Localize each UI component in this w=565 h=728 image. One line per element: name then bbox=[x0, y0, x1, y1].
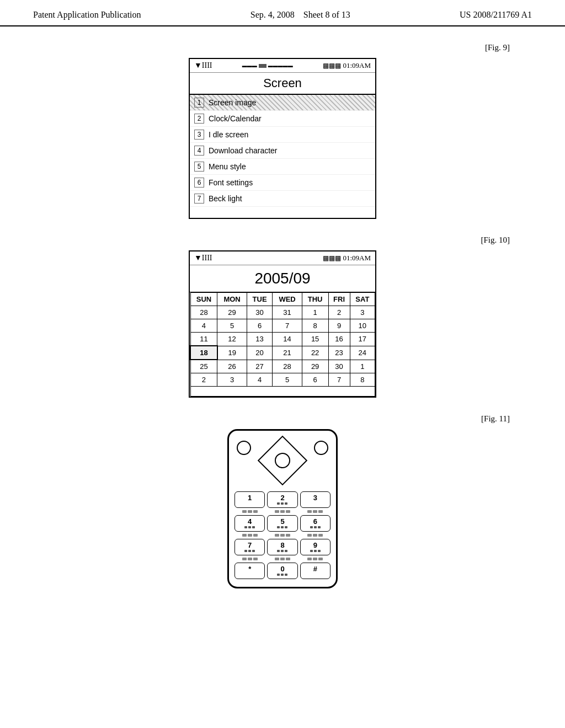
signal-icon-10: ▼IIII bbox=[194, 254, 212, 263]
menu-num-2: 2 bbox=[194, 114, 204, 124]
menu-item-1[interactable]: 1 Screen image bbox=[190, 95, 375, 111]
key-dots-row1b bbox=[267, 510, 297, 513]
menu-num-6: 6 bbox=[194, 178, 204, 188]
day-fri: FRI bbox=[328, 293, 350, 306]
soft-key-left[interactable] bbox=[237, 441, 251, 455]
menu-item-4[interactable]: 4 Download character bbox=[190, 143, 375, 159]
day-wed: WED bbox=[273, 293, 302, 306]
menu-item-5[interactable]: 5 Menu style bbox=[190, 159, 375, 175]
menu-num-7: 7 bbox=[194, 194, 204, 204]
key-0[interactable]: 0 bbox=[267, 563, 297, 579]
status-bar-9: ▼IIII ▬▬▬ ▬▬▬▬▬ ▩▩▩ 01:09AM bbox=[190, 59, 375, 73]
cal-week-3: 11 12 13 14 15 16 17 bbox=[190, 333, 375, 346]
menu-item-7[interactable]: 7 Beck light bbox=[190, 191, 375, 207]
menu-item-3[interactable]: 3 I dle screen bbox=[190, 127, 375, 143]
key-star[interactable]: * bbox=[234, 563, 265, 579]
key-dots-row1c bbox=[300, 510, 331, 513]
header-left: Patent Application Publication bbox=[33, 10, 141, 20]
header-center: Sep. 4, 2008 Sheet 8 of 13 bbox=[250, 10, 350, 20]
menu-label-4: Download character bbox=[209, 146, 278, 155]
header-right: US 2008/211769 A1 bbox=[460, 10, 532, 20]
key-5[interactable]: 5 bbox=[267, 515, 297, 532]
soft-key-right[interactable] bbox=[314, 441, 328, 455]
nav-cluster bbox=[234, 438, 331, 483]
cal-week-5: 25 26 27 28 29 30 1 bbox=[190, 360, 375, 373]
menu-num-4: 4 bbox=[194, 146, 204, 156]
key-dots-row3a bbox=[234, 558, 265, 560]
cal-week-6: 2 3 4 5 6 7 8 bbox=[190, 373, 375, 387]
status-bar-10: ▼IIII ▩▩▩ 01:09AM bbox=[190, 251, 375, 265]
day-sun: SUN bbox=[190, 293, 217, 306]
day-sat: SAT bbox=[350, 293, 375, 306]
cal-week-2: 4 5 6 7 8 9 10 bbox=[190, 319, 375, 333]
key-6[interactable]: 6 bbox=[300, 515, 331, 532]
keypad-grid: 1 2 3 bbox=[234, 491, 331, 579]
day-tue: TUE bbox=[247, 293, 273, 306]
screen-title-9: Screen bbox=[190, 73, 375, 95]
menu-num-3: 3 bbox=[194, 130, 204, 140]
key-4[interactable]: 4 bbox=[234, 515, 265, 532]
calendar-table: SUN MON TUE WED THU FRI SAT 28 29 30 31 … bbox=[190, 292, 375, 397]
key-7[interactable]: 7 bbox=[234, 539, 265, 555]
time-display-9: ▩▩▩ 01:09AM bbox=[323, 61, 371, 70]
highlighted-date: 18 bbox=[190, 346, 217, 360]
menu-num-1: 1 bbox=[194, 98, 204, 108]
menu-num-5: 5 bbox=[194, 162, 204, 172]
menu-label-1: Screen image bbox=[209, 98, 256, 107]
fig10-screen: ▼IIII ▩▩▩ 01:09AM 2005/09 SUN MON TUE WE… bbox=[189, 250, 376, 398]
fig9-label: [Fig. 9] bbox=[33, 43, 510, 52]
nav-center-btn[interactable] bbox=[275, 453, 290, 468]
menu-list-9: 1 Screen image 2 Clock/Calendar 3 I dle … bbox=[190, 95, 375, 218]
menu-label-6: Font settings bbox=[209, 178, 253, 187]
fig9-screen: ▼IIII ▬▬▬ ▬▬▬▬▬ ▩▩▩ 01:09AM Screen 1 Scr… bbox=[189, 58, 376, 219]
page-header: Patent Application Publication Sep. 4, 2… bbox=[0, 0, 565, 26]
key-9[interactable]: 9 bbox=[300, 539, 331, 555]
key-dots-row2c bbox=[300, 534, 331, 537]
scroll-bar-9: ▬▬▬ ▬▬▬▬▬ bbox=[242, 63, 293, 68]
key-dots-row3c bbox=[300, 558, 331, 560]
menu-label-3: I dle screen bbox=[209, 130, 248, 139]
cal-week-4: 18 19 20 21 22 23 24 bbox=[190, 346, 375, 360]
menu-label-2: Clock/Calendar bbox=[209, 114, 262, 123]
menu-label-5: Menu style bbox=[209, 162, 246, 171]
key-dots-row2a bbox=[234, 534, 265, 537]
fig11-keypad: 1 2 3 bbox=[227, 429, 338, 588]
key-1[interactable]: 1 bbox=[234, 491, 265, 508]
key-dots-row3b bbox=[267, 558, 297, 560]
menu-item-6[interactable]: 6 Font settings bbox=[190, 175, 375, 191]
calendar-header-row: SUN MON TUE WED THU FRI SAT bbox=[190, 293, 375, 306]
menu-item-2[interactable]: 2 Clock/Calendar bbox=[190, 111, 375, 127]
cal-week-1: 28 29 30 31 1 2 3 bbox=[190, 306, 375, 319]
fig10-label: [Fig. 10] bbox=[33, 235, 510, 245]
key-3[interactable]: 3 bbox=[300, 491, 331, 508]
main-content: [Fig. 9] ▼IIII ▬▬▬ ▬▬▬▬▬ ▩▩▩ 01:09AM Scr… bbox=[0, 32, 565, 611]
time-display-10: ▩▩▩ 01:09AM bbox=[323, 254, 371, 263]
fig11-label: [Fig. 11] bbox=[33, 414, 510, 424]
key-dots-row2b bbox=[267, 534, 297, 537]
key-dots-row1a bbox=[234, 510, 265, 513]
key-8[interactable]: 8 bbox=[267, 539, 297, 555]
day-mon: MON bbox=[217, 293, 247, 306]
signal-icon-9: ▼IIII bbox=[194, 61, 212, 70]
menu-label-7: Beck light bbox=[209, 194, 242, 203]
calendar-title: 2005/09 bbox=[190, 265, 375, 292]
key-hash[interactable]: # bbox=[300, 563, 331, 579]
key-2[interactable]: 2 bbox=[267, 491, 297, 508]
cal-spacer-row bbox=[190, 387, 375, 397]
day-thu: THU bbox=[302, 293, 328, 306]
